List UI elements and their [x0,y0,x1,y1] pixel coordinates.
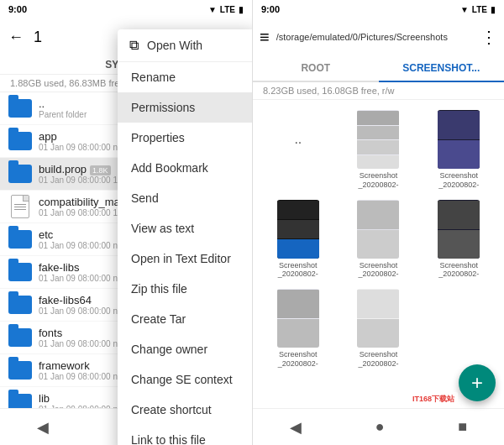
grid-item[interactable]: Screenshot _20200802- [340,107,417,193]
more-icon[interactable]: ⋮ [480,27,497,47]
nav-back-icon[interactable]: ◀ [37,418,49,437]
right-status-bar: 9:00 ▼ LTE ▮ [253,0,504,18]
tabs-row: ROOT SCREENSHOT... [253,55,504,82]
screenshot-thumb [357,110,399,169]
hamburger-icon[interactable]: ≡ [260,28,270,47]
screenshot-thumb [357,200,399,259]
signal-icon: ▼ [208,5,217,14]
folder-icon [8,359,32,382]
folder-icon [8,129,32,153]
folder-icon [8,97,32,120]
screenshot-label: Screenshot _20200802- [358,171,398,190]
right-path: /storage/emulated/0/Pictures/Screenshots [276,32,474,42]
menu-open-with-icon: ⧉ [129,38,139,53]
grid-view: ..Screenshot _20200802-Screenshot _20200… [253,100,504,408]
context-menu-header: ⧉ Open With [118,29,252,62]
screenshot-thumb [277,200,319,259]
right-nav-home[interactable]: ● [375,418,385,436]
grid-item[interactable]: Screenshot _20200802- [340,196,417,283]
battery-icon: ▮ [239,5,244,14]
right-nav-back[interactable]: ◀ [290,418,302,437]
menu-item[interactable]: Permissions [118,92,252,123]
screenshot-thumb [357,289,399,348]
right-battery-icon: ▮ [491,5,496,14]
menu-item[interactable]: View as text [118,213,252,243]
left-panel: 9:00 ▼ LTE ▮ ← 1 ⧉ SYSTEM 1.88GB used, 8… [0,0,252,445]
right-toolbar: ≡ /storage/emulated/0/Pictures/Screensho… [253,18,504,55]
menu-item[interactable]: Link to this file [118,425,252,445]
grid-item[interactable]: Screenshot _20200802- [260,196,337,283]
watermark: IT168下载站 [409,392,458,406]
menu-item[interactable]: Send [118,183,252,213]
folder-icon [8,162,32,186]
menu-item[interactable]: Change SE context [118,364,252,395]
menu-header-label: Open With [147,39,202,52]
grid-item[interactable]: Screenshot _20200802- [420,107,497,193]
right-signal-icon: ▼ [460,5,469,14]
menu-item[interactable]: Change owner [118,334,252,364]
folder-icon [8,326,32,349]
menu-item[interactable]: Rename [118,62,252,92]
tab-root[interactable]: ROOT [253,55,379,81]
right-bottom-nav: ◀ ● ■ [253,408,504,445]
right-panel: 9:00 ▼ LTE ▮ ≡ /storage/emulated/0/Pictu… [252,0,504,445]
folder-icon [8,391,32,408]
grid-item[interactable]: Screenshot _20200802- [420,196,497,283]
screenshot-label: Screenshot _20200802- [358,261,398,280]
context-menu: ⧉ Open With RenamePermissionsPropertiesA… [118,29,252,445]
left-status-bar: 9:00 ▼ LTE ▮ [0,0,252,18]
screenshot-label: Screenshot _20200802- [278,261,318,280]
screenshot-thumb [438,110,480,169]
folder-icon [8,260,32,284]
back-button[interactable]: ← [8,29,24,46]
grid-item-parent[interactable]: .. [260,107,337,193]
grid-item[interactable]: Screenshot _20200802- [340,285,417,372]
screenshot-label: Screenshot _20200802- [358,350,398,369]
lte-label: LTE [220,5,235,14]
left-status-icons: ▼ LTE ▮ [208,5,244,14]
grid-item[interactable]: Screenshot _20200802- [260,285,337,372]
menu-item[interactable]: Properties [118,123,252,153]
watermark-text: IT168下载站 [412,395,454,403]
fab-button[interactable]: + [459,364,496,401]
screenshot-thumb [277,289,319,348]
right-time: 9:00 [261,4,280,14]
folder-icon [8,293,32,317]
screenshot-label: Screenshot _20200802- [438,171,479,190]
menu-items-container: RenamePermissionsPropertiesAdd BookmarkS… [118,62,252,445]
screenshot-label: Screenshot _20200802- [438,261,479,280]
right-lte-label: LTE [472,5,487,14]
menu-item[interactable]: Create shortcut [118,395,252,425]
dotdot-icon: .. [294,110,302,169]
screenshot-label: Screenshot _20200802- [278,350,318,369]
screenshot-thumb [438,200,480,259]
right-disk-info: 8.23GB used, 16.08GB free, r/w [253,82,504,100]
left-time: 9:00 [8,4,27,14]
right-status-icons: ▼ LTE ▮ [460,5,496,14]
menu-item[interactable]: Zip this file [118,274,252,304]
tab-screenshot[interactable]: SCREENSHOT... [379,55,505,82]
menu-item[interactable]: Add Bookmark [118,153,252,183]
folder-icon [8,228,32,251]
menu-item[interactable]: Open in Text Editor [118,243,252,274]
right-nav-recents[interactable]: ■ [458,418,467,436]
doc-icon [8,195,32,218]
menu-item[interactable]: Create Tar [118,304,252,334]
